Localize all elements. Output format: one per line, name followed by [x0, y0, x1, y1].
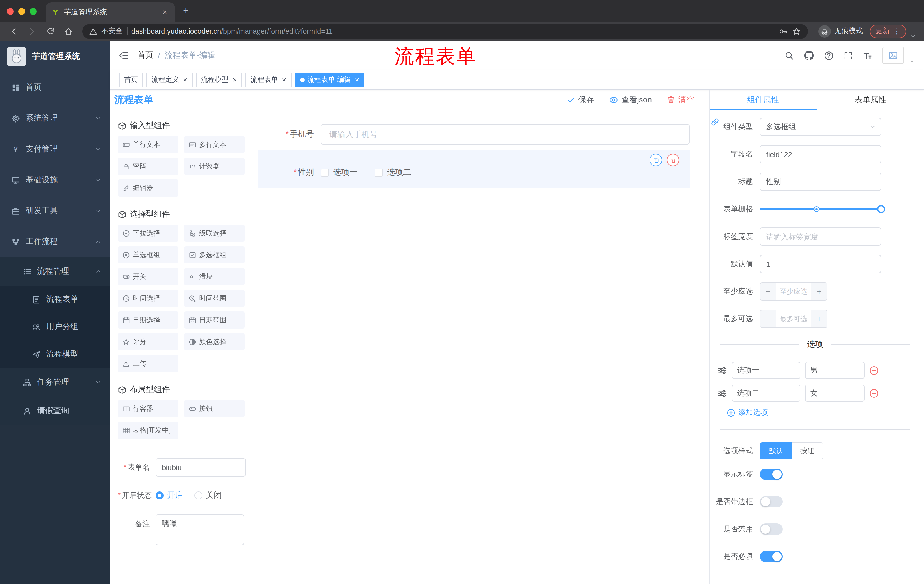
palette-item-multiline-text[interactable]: 多行文本 — [184, 136, 245, 153]
window-minimize-button[interactable] — [18, 8, 25, 15]
sidebar-item-user-groups[interactable]: 用户分组 — [0, 313, 110, 341]
component-type-select[interactable]: 多选框组 — [760, 118, 881, 136]
palette-item-time-range[interactable]: 时间范围 — [184, 290, 245, 307]
sidebar-item-leave-query[interactable]: 请假查询 — [0, 396, 110, 425]
save-button[interactable]: 保存 — [567, 95, 594, 105]
tab-component-props[interactable]: 组件属性 — [710, 90, 817, 110]
palette-item-editor[interactable]: 编辑器 — [118, 179, 178, 197]
palette-item-single-text[interactable]: 单行文本 — [118, 136, 178, 153]
field-name-input[interactable] — [760, 145, 881, 163]
min-select-input[interactable] — [777, 283, 811, 300]
delete-field-button[interactable] — [667, 154, 679, 166]
palette-item-dropdown[interactable]: 下拉选择 — [118, 225, 178, 242]
palette-item-counter[interactable]: 计数器 — [184, 158, 245, 175]
default-value-input[interactable] — [760, 255, 881, 273]
remove-option-icon[interactable] — [869, 388, 879, 398]
decrement-button[interactable]: − — [761, 310, 777, 327]
label-width-input[interactable] — [760, 227, 881, 246]
help-icon[interactable] — [824, 51, 834, 60]
copy-field-button[interactable] — [650, 154, 662, 166]
decrement-button[interactable]: − — [761, 283, 777, 300]
password-key-icon[interactable] — [779, 26, 788, 36]
status-on-radio[interactable]: 开启 — [155, 490, 183, 500]
tag-process-form[interactable]: 流程表单× — [245, 72, 291, 87]
option-value-input[interactable] — [805, 362, 865, 379]
show-label-switch[interactable] — [760, 469, 783, 480]
drag-handle-icon[interactable] — [718, 365, 727, 375]
slider-handle[interactable] — [877, 205, 885, 213]
new-tab-button[interactable]: + — [175, 5, 197, 22]
increment-button[interactable]: + — [811, 310, 827, 327]
palette-item-table[interactable]: 表格[开发中] — [118, 422, 178, 439]
canvas-field-phone[interactable]: *手机号 — [258, 124, 690, 145]
palette-item-date-picker[interactable]: 日期选择 — [118, 311, 178, 329]
add-option-button[interactable]: 添加选项 — [727, 408, 924, 418]
sidebar-item-workflow[interactable]: 工作流程 — [0, 226, 110, 257]
palette-item-button[interactable]: 按钮 — [184, 400, 245, 417]
tag-close-icon[interactable]: × — [183, 76, 187, 84]
phone-input[interactable] — [321, 124, 690, 145]
border-switch[interactable] — [760, 496, 783, 507]
browser-update-button[interactable]: 更新 ⋮ — [870, 24, 906, 38]
breadcrumb-home[interactable]: 首页 — [137, 50, 153, 61]
checkbox-option-2[interactable]: 选项二 — [375, 168, 411, 178]
sidebar-item-task-management[interactable]: 任务管理 — [0, 368, 110, 396]
palette-item-time-picker[interactable]: 时间选择 — [118, 290, 178, 307]
view-json-button[interactable]: 查看json — [609, 95, 652, 105]
max-select-input[interactable] — [777, 310, 811, 327]
sidebar-item-home[interactable]: 首页 — [0, 72, 110, 103]
github-icon[interactable] — [804, 50, 814, 61]
sidebar-item-process-management[interactable]: 流程管理 — [0, 257, 110, 286]
tag-home[interactable]: 首页 — [119, 72, 143, 87]
window-zoom-button[interactable] — [30, 8, 36, 15]
address-bar[interactable]: 不安全 dashboard.yudao.iocoder.cn/bpm/manag… — [82, 24, 808, 39]
bookmark-star-icon[interactable] — [792, 26, 801, 36]
form-canvas[interactable]: *手机号 *性别 — [252, 110, 709, 584]
window-close-button[interactable] — [7, 8, 14, 15]
palette-item-switch[interactable]: 开关 — [118, 268, 178, 285]
form-grid-slider[interactable] — [760, 208, 881, 210]
sidebar-item-process-model[interactable]: 流程模型 — [0, 341, 110, 368]
tag-process-definition[interactable]: 流程定义× — [146, 72, 192, 87]
tag-close-icon[interactable]: × — [355, 76, 360, 84]
canvas-field-gender-selected[interactable]: *性别 选项一 选项二 — [258, 150, 690, 188]
checkbox-option-1[interactable]: 选项一 — [321, 168, 357, 178]
required-switch[interactable] — [760, 551, 783, 562]
tag-close-icon[interactable]: × — [233, 76, 237, 84]
sidebar-item-devtools[interactable]: 研发工具 — [0, 196, 110, 226]
palette-item-cascader[interactable]: 级联选择 — [184, 225, 245, 242]
checkbox-box[interactable] — [375, 169, 383, 176]
home-button[interactable] — [61, 24, 77, 39]
palette-item-password[interactable]: 密码 — [118, 158, 178, 175]
palette-item-date-range[interactable]: 日期范围 — [184, 311, 245, 329]
style-button-button[interactable]: 按钮 — [792, 442, 823, 459]
tag-process-form-edit[interactable]: 流程表单-编辑× — [295, 72, 365, 87]
title-input[interactable] — [760, 173, 881, 191]
palette-item-radio-group[interactable]: 单选框组 — [118, 246, 178, 263]
sidebar-item-system[interactable]: 系统管理 — [0, 103, 110, 134]
tab-close-icon[interactable]: × — [160, 7, 169, 17]
increment-button[interactable]: + — [811, 283, 827, 300]
fullscreen-icon[interactable] — [843, 51, 853, 60]
sidebar-collapse-button[interactable] — [110, 50, 137, 61]
form-remark-textarea[interactable]: 嘿嘿 — [155, 514, 244, 545]
font-size-icon[interactable] — [863, 51, 873, 60]
sidebar-item-process-form[interactable]: 流程表单 — [0, 286, 110, 313]
palette-item-slider[interactable]: 滑块 — [184, 268, 245, 285]
checkbox-box[interactable] — [321, 169, 329, 176]
tab-form-props[interactable]: 表单属性 — [817, 90, 924, 110]
back-button[interactable] — [6, 24, 22, 39]
forward-button[interactable] — [24, 24, 40, 39]
palette-item-row-container[interactable]: 行容器 — [118, 400, 178, 417]
remove-option-icon[interactable] — [869, 365, 879, 375]
form-name-input[interactable] — [155, 458, 246, 477]
tag-process-model[interactable]: 流程模型× — [196, 72, 242, 87]
palette-item-rate[interactable]: 评分 — [118, 333, 178, 350]
tag-close-icon[interactable]: × — [282, 76, 286, 84]
browser-menu-icon[interactable]: ⋮ — [893, 27, 901, 35]
option-label-input[interactable] — [732, 362, 800, 379]
palette-item-color-picker[interactable]: 颜色选择 — [184, 333, 245, 350]
link-icon[interactable] — [710, 117, 720, 127]
drag-handle-icon[interactable] — [718, 388, 727, 398]
sidebar-logo[interactable]: 芋道管理系统 — [0, 41, 110, 72]
